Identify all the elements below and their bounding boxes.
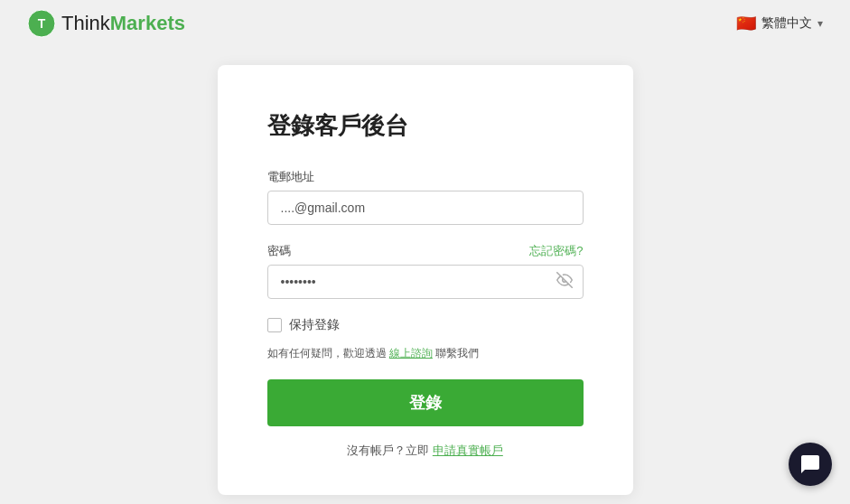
logo: T ThinkMarkets — [27, 9, 185, 38]
email-input[interactable] — [267, 191, 584, 225]
chat-button[interactable] — [789, 443, 832, 486]
forgot-password-link[interactable]: 忘記密碼? — [529, 243, 583, 259]
register-text: 沒有帳戶？立即 — [347, 443, 429, 457]
password-input-wrapper — [267, 265, 584, 299]
online-chat-link[interactable]: 線上諮詢 — [389, 347, 433, 359]
header: T ThinkMarkets 🇨🇳 繁體中文 ▾ — [0, 0, 850, 47]
logo-icon: T — [27, 9, 56, 38]
language-label: 繁體中文 — [761, 15, 812, 32]
chat-icon — [799, 453, 821, 475]
register-row: 沒有帳戶？立即 申請真實帳戶 — [267, 443, 584, 459]
chevron-down-icon: ▾ — [817, 17, 823, 30]
page-title: 登錄客戶後台 — [267, 110, 584, 142]
remember-label: 保持登錄 — [289, 317, 340, 333]
main-content: 登錄客戶後台 電郵地址 密碼 忘記密碼? — [0, 47, 850, 504]
password-label-row: 密碼 忘記密碼? — [267, 243, 584, 259]
toggle-password-icon[interactable] — [556, 272, 573, 292]
language-selector[interactable]: 🇨🇳 繁體中文 ▾ — [736, 14, 823, 33]
password-input[interactable] — [267, 265, 584, 299]
contact-info: 如有任何疑問，歡迎透過 線上諮詢 聯繫我們 — [267, 346, 584, 361]
login-button[interactable]: 登錄 — [267, 379, 584, 426]
password-label: 密碼 — [267, 243, 291, 259]
register-link[interactable]: 申請真實帳戶 — [433, 443, 503, 457]
remember-checkbox[interactable] — [267, 318, 282, 332]
password-group: 密碼 忘記密碼? — [267, 243, 584, 299]
email-group: 電郵地址 — [267, 169, 584, 225]
remember-me-row: 保持登錄 — [267, 317, 584, 333]
logo-text: ThinkMarkets — [61, 12, 185, 35]
flag-icon: 🇨🇳 — [736, 14, 756, 33]
logo-markets: Markets — [110, 12, 185, 34]
login-card: 登錄客戶後台 電郵地址 密碼 忘記密碼? — [218, 65, 633, 495]
contact-text-suffix: 聯繫我們 — [435, 347, 479, 359]
svg-text:T: T — [38, 16, 46, 31]
email-label: 電郵地址 — [267, 169, 584, 185]
logo-think: Think — [61, 12, 110, 34]
contact-text-prefix: 如有任何疑問，歡迎透過 — [267, 347, 387, 359]
